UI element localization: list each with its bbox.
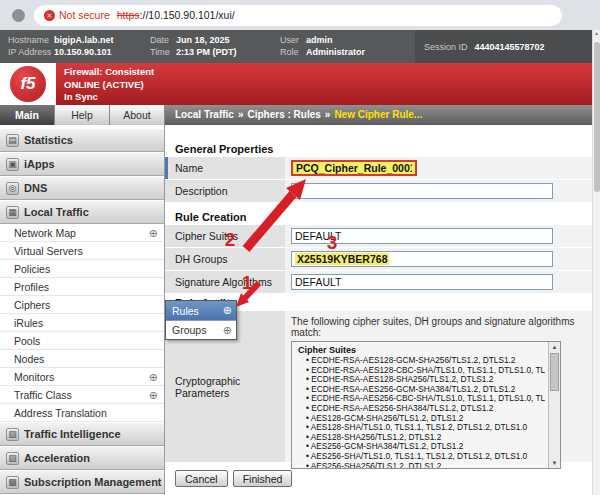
flyout-item-label: Groups [172,324,206,336]
tab-about[interactable]: About [110,105,165,125]
name-row: Name [165,157,592,179]
sidebar-item-traffic-class[interactable]: Traffic Class ⊕ [0,386,164,404]
flyout-item-rules[interactable]: Rules ⊕ [166,301,236,320]
tab-help[interactable]: Help [55,105,110,125]
sidebar-item-network-map[interactable]: Network Map ⊕ [0,224,164,242]
plus-circle-icon[interactable]: ⊕ [223,324,232,337]
browser-profile-icon[interactable] [12,9,25,22]
date-label: Date [150,34,176,46]
sidebar-section-subscription-management[interactable]: ▩ Subscription Management [0,470,164,494]
dh-groups-input[interactable]: X25519KYBER768 [291,251,553,267]
scrollbar-thumb[interactable] [550,353,559,391]
breadcrumb-current: New Cipher Rule... [334,109,422,120]
sidebar-section-label: DNS [24,182,47,194]
sidebar-item-profiles[interactable]: Profiles [0,278,164,296]
banner-status: Firewall: Consistent ONLINE (ACTIVE) In … [56,63,600,105]
sidebar-item-label: Monitors [14,371,54,383]
cipher-list-item: ECDHE-RSA-AES256-GCM-SHA384/TLS1.2, DTLS… [298,385,545,395]
plus-circle-icon[interactable]: ⊕ [149,386,158,404]
user-label: User [280,34,306,46]
cancel-button[interactable]: Cancel [175,470,228,487]
cipher-box-scrollbar[interactable]: ▲ ▼ [548,342,560,468]
sidebar-item-label: Nodes [14,353,44,365]
time-label: Time [150,46,176,58]
sidebar-section-dns[interactable]: ◎ DNS [0,176,164,200]
sync-status-line: In Sync [64,91,600,104]
sidebar-section-statistics[interactable]: ▤ Statistics [0,128,164,152]
sidebar-item-label: Address Translation [14,407,107,419]
sidebar-section-label: iApps [24,158,55,170]
sidebar-item-label: Network Map [14,227,76,239]
logo-box: f5 [0,63,56,105]
f5-logo[interactable]: f5 [10,66,46,102]
sidebar-item-label: Policies [14,263,50,275]
breadcrumb-ciphers-rules[interactable]: Ciphers : Rules [247,109,320,120]
cipher-list-item: ECDHE-RSA-AES128-SHA256/TLS1.2, DTLS1.2 [298,375,545,385]
sidebar-item-monitors[interactable]: Monitors ⊕ [0,368,164,386]
sidebar-item-policies[interactable]: Policies [0,260,164,278]
crypto-match-intro: The following cipher suites, DH groups a… [291,316,592,338]
plus-circle-icon[interactable]: ⊕ [149,224,158,242]
dh-groups-value: X25519KYBER768 [295,253,389,265]
not-secure-icon[interactable]: ✕ [44,10,55,21]
sidebar-item-label: Pools [14,335,40,347]
plus-circle-icon[interactable]: ⊕ [223,304,232,317]
cipher-suites-input[interactable] [291,228,553,244]
cipher-list-item: AES256-SHA/TLS1.0, TLS1.1, TLS1.2, DTLS1… [298,452,545,462]
signature-algorithms-input[interactable] [291,274,553,290]
page-scrollbar[interactable]: ▲ [592,30,600,495]
address-bar[interactable]: ✕ Not secure https://10.150.90.101/xui/ [34,5,562,26]
page: ✕ Not secure https://10.150.90.101/xui/ … [0,0,600,495]
scroll-down-icon[interactable]: ▼ [549,458,560,468]
cipher-list-item: ECDHE-RSA-AES128-GCM-SHA256/TLS1.2, DTLS… [298,356,545,366]
cipher-list-item: AES128-GCM-SHA256/TLS1.2, DTLS1.2 [298,414,545,424]
sidebar-section-traffic-intelligence[interactable]: ▧ Traffic Intelligence [0,422,164,446]
sidebar-item-label: Profiles [14,281,49,293]
scroll-up-icon[interactable]: ▲ [549,342,560,352]
plus-circle-icon[interactable]: ⊕ [149,368,158,386]
sidebar-section-label: Statistics [24,134,73,146]
sidebar-item-ciphers[interactable]: Ciphers [0,296,164,314]
user-block: Useradmin RoleAdministrator [280,34,365,58]
role-value: Administrator [306,47,365,57]
sidebar-section-label: Traffic Intelligence [24,428,121,440]
sidebar-section-iapps[interactable]: ▣ iApps [0,152,164,176]
role-label: Role [280,46,306,58]
form-buttons: Cancel Finished [175,470,292,487]
breadcrumb: Local Traffic»Ciphers : Rules»New Cipher… [165,105,600,125]
subscription-management-icon: ▩ [6,476,19,489]
sidebar-section-label: Subscription Management [24,476,162,488]
ip-value: 10.150.90.101 [54,47,112,57]
page-scrollbar-thumb[interactable] [594,42,600,192]
signature-algorithms-label: Signature Algorithms [165,271,285,293]
traffic-intelligence-icon: ▧ [6,428,19,441]
scroll-up-icon[interactable]: ▲ [594,30,599,36]
name-input[interactable] [291,160,417,176]
tab-main[interactable]: Main [0,105,55,125]
general-properties-table: Name Description [165,157,592,203]
sidebar-section-label: Acceleration [24,452,90,464]
sidebar-item-nodes[interactable]: Nodes [0,350,164,368]
session-id-box: Session ID 44404145578702 [415,30,600,63]
statistics-icon: ▤ [6,134,19,147]
sidebar-section-label: Local Traffic [24,206,89,218]
section-title-general-properties: General Properties [175,143,273,155]
rule-creation-table: Cipher Suites DH Groups X25519KYBER768 S… [165,225,592,294]
sidebar-item-label: iRules [14,317,43,329]
flyout-item-groups[interactable]: Groups ⊕ [166,320,236,339]
sidebar-section-local-traffic[interactable]: ▦ Local Traffic [0,200,164,224]
breadcrumb-local-traffic[interactable]: Local Traffic [175,109,234,120]
firewall-status-line: Firewall: Consistent [64,66,600,79]
finished-button[interactable]: Finished [233,470,293,487]
sidebar-item-virtual-servers[interactable]: Virtual Servers [0,242,164,260]
sidebar-item-irules[interactable]: iRules [0,314,164,332]
sidebar-item-pools[interactable]: Pools [0,332,164,350]
cipher-list-item: AES128-SHA/TLS1.0, TLS1.1, TLS1.2, DTLS1… [298,423,545,433]
name-label: Name [165,157,285,179]
sidebar-item-address-translation[interactable]: Address Translation [0,404,164,422]
breadcrumb-separator-2: » [325,109,331,120]
description-input[interactable] [291,183,553,199]
sidebar-section-acceleration[interactable]: ▨ Acceleration [0,446,164,470]
date-value: Jun 18, 2025 [176,35,230,45]
cipher-list-item: AES256-SHA256/TLS1.2, DTLS1.2 [298,462,545,469]
